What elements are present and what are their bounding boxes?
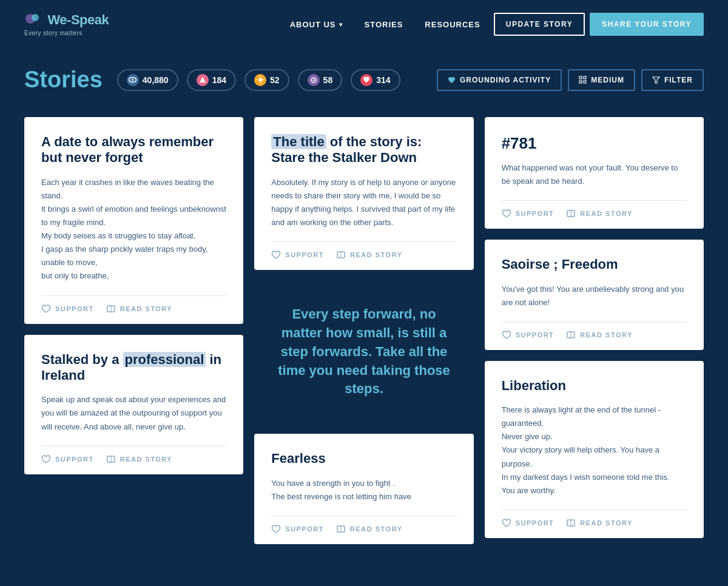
book-icon-saoirse: [566, 331, 576, 339]
col-3: #781 What happened was not your fault. Y…: [485, 117, 704, 544]
book-icon: [106, 305, 116, 313]
card-fearless: Fearless You have a strength in you to f…: [254, 434, 473, 544]
read-story-button-stare[interactable]: READ STORY: [336, 251, 403, 259]
eye-icon: [127, 74, 139, 86]
support-button-fearless[interactable]: SUPPORT: [271, 525, 324, 533]
heart-filter-icon: [448, 76, 456, 84]
card-body-fearless: You have a strength in you to fight . Th…: [271, 477, 456, 503]
card-body-saoirse: You've got this! You are unbelievably st…: [502, 283, 687, 309]
update-story-button[interactable]: UPDATE STORY: [494, 13, 585, 36]
card-title: A date to always remember but never forg…: [41, 134, 226, 166]
stat-views[interactable]: 40,880: [117, 69, 178, 91]
support-button-stare[interactable]: SUPPORT: [271, 251, 324, 259]
heart-outline-icon-saoirse: [502, 331, 511, 339]
svg-point-11: [312, 79, 314, 81]
sun-icon: [254, 74, 266, 86]
medium-filter[interactable]: MEDIUM: [568, 69, 635, 91]
card-title-saoirse: Saoirse ; Freedom: [502, 257, 687, 272]
heart-outline-icon-781: [502, 209, 511, 218]
quote-text: Every step forward, no matter how small,…: [272, 305, 455, 399]
book-icon-liberation: [566, 519, 576, 527]
nav-about-us[interactable]: ABOUT US ▾: [281, 15, 351, 34]
card-body: Each year it crashes in like the waves b…: [41, 176, 226, 283]
nav-stories[interactable]: STORIES: [356, 15, 412, 34]
card-stalked: Stalked by a professional in Ireland Spe…: [24, 335, 243, 474]
stories-section: Stories 40,880 184: [0, 49, 728, 105]
grounding-activity-filter[interactable]: GROUNDING ACTIVITY: [437, 69, 562, 91]
heart-outline-icon-liberation: [502, 519, 511, 527]
filter-group: GROUNDING ACTIVITY MEDIUM FILTER: [437, 69, 704, 91]
svg-marker-4: [200, 77, 206, 83]
nav-resources[interactable]: RESOURCES: [416, 15, 488, 34]
funnel-icon: [652, 76, 660, 84]
col-1: A date to always remember but never forg…: [24, 117, 243, 544]
heart-outline-icon-3: [271, 251, 281, 259]
stories-title: Stories: [24, 67, 103, 93]
card-actions-781: SUPPORT READ STORY: [502, 200, 687, 218]
stat-314[interactable]: 314: [351, 69, 400, 91]
svg-rect-12: [579, 76, 582, 79]
card-liberation: Liberation There is always light at the …: [485, 361, 704, 538]
card-actions: SUPPORT READ STORY: [41, 295, 226, 313]
quote-card: Every step forward, no matter how small,…: [254, 281, 473, 423]
filter-button[interactable]: FILTER: [641, 69, 704, 91]
svg-rect-13: [584, 76, 586, 79]
card-saoirse: Saoirse ; Freedom You've got this! You a…: [485, 240, 704, 350]
support-button[interactable]: SUPPORT: [41, 305, 94, 313]
stat-52[interactable]: 52: [244, 69, 289, 91]
support-button-stalked[interactable]: SUPPORT: [41, 455, 94, 463]
card-title-liberation: Liberation: [502, 378, 687, 394]
support-button-saoirse[interactable]: SUPPORT: [502, 331, 554, 339]
heart-outline-icon-2: [41, 455, 51, 463]
card-body-781: What happened was not your fault. You de…: [502, 161, 687, 188]
book-icon-781: [566, 209, 576, 218]
book-icon-fearless: [336, 525, 346, 533]
card-body-liberation: There is always light at the end of the …: [502, 403, 687, 497]
card-actions-stare: SUPPORT READ STORY: [271, 241, 456, 259]
read-story-button-saoirse[interactable]: READ STORY: [566, 331, 633, 339]
heart-outline-icon: [41, 305, 51, 313]
read-story-button[interactable]: READ STORY: [106, 305, 173, 313]
heart-icon-stat: [360, 74, 372, 86]
share-story-button[interactable]: SHARE YOUR STORY: [590, 13, 704, 36]
triangle-icon: [197, 74, 209, 86]
card-title-stalked: Stalked by a professional in Ireland: [41, 352, 226, 384]
card-title-stare: The title of the story is: Stare the Sta…: [271, 134, 456, 166]
card-date-to-remember: A date to always remember but never forg…: [24, 117, 243, 324]
book-icon-2: [106, 455, 116, 463]
support-button-liberation[interactable]: SUPPORT: [502, 519, 554, 527]
svg-point-3: [132, 79, 133, 81]
card-actions-fearless: SUPPORT READ STORY: [271, 516, 456, 533]
support-button-781[interactable]: SUPPORT: [502, 209, 554, 218]
read-story-button-stalked[interactable]: READ STORY: [106, 455, 173, 463]
book-icon-3: [336, 251, 346, 259]
main-nav: ABOUT US ▾ STORIES RESOURCES UPDATE STOR…: [281, 13, 704, 36]
card-actions-saoirse: SUPPORT READ STORY: [502, 322, 687, 339]
card-stare-stalker: The title of the story is: Stare the Sta…: [254, 117, 473, 270]
grid-icon: [579, 76, 587, 84]
read-story-button-liberation[interactable]: READ STORY: [566, 519, 633, 527]
card-actions-liberation: SUPPORT READ STORY: [502, 510, 687, 527]
logo-text: We-Speak: [47, 12, 109, 27]
card-actions-stalked: SUPPORT READ STORY: [41, 446, 226, 463]
card-body-stalked: Speak up and speak out about your experi…: [41, 393, 226, 433]
svg-point-1: [32, 14, 39, 21]
card-781: #781 What happened was not your fault. Y…: [485, 117, 704, 229]
heart-outline-icon-fearless: [271, 525, 281, 533]
circle-icon: [308, 74, 320, 86]
card-number: #781: [502, 134, 687, 153]
read-story-button-781[interactable]: READ STORY: [566, 209, 633, 218]
card-body-stare: Absolutely. If my story is of help to an…: [271, 176, 456, 229]
card-title-fearless: Fearless: [271, 451, 456, 466]
stat-184[interactable]: 184: [187, 69, 236, 91]
stat-58[interactable]: 58: [298, 69, 343, 91]
svg-rect-14: [579, 81, 582, 83]
svg-point-5: [258, 78, 262, 82]
logo-tagline: Every story matters: [24, 30, 109, 36]
svg-rect-15: [584, 81, 586, 83]
logo[interactable]: We-Speak Every story matters: [24, 12, 109, 37]
col-2: The title of the story is: Stare the Sta…: [254, 117, 473, 544]
cards-grid: A date to always remember but never forg…: [0, 105, 728, 544]
read-story-button-fearless[interactable]: READ STORY: [336, 525, 403, 533]
chevron-down-icon: ▾: [339, 21, 343, 28]
